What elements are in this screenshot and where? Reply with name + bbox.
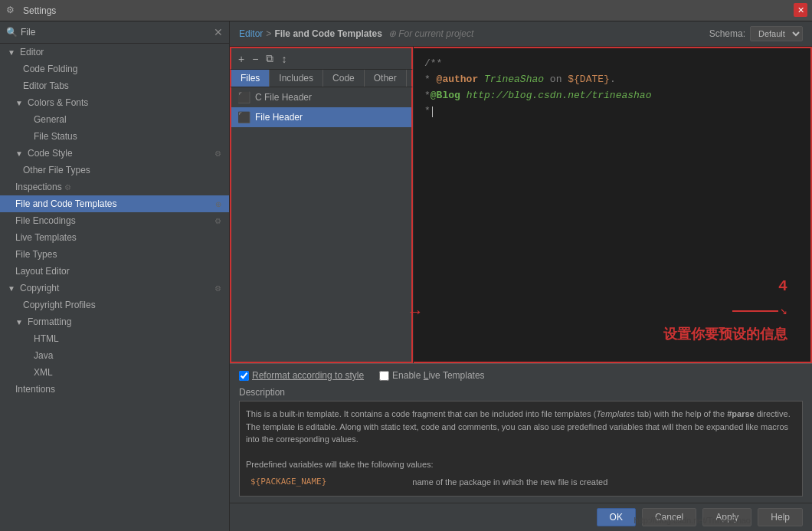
desc-paragraph-1: This is a built-in template. It contains… [246,408,796,446]
copy-template-button[interactable]: ⧉ [264,51,276,66]
live-templates-label: Enable Live Templates [392,370,485,381]
annotation-3: files [798,47,812,49]
inspections-badge: ⚙ [64,183,71,192]
dialog-buttons: OK Cancel Apply Help http://blog.csdn.ne… [230,503,812,531]
sidebar-item-intentions[interactable]: Intentions [0,381,229,398]
annotation-4-text: 设置你要预设的信息 [663,324,787,346]
tab-includes[interactable]: Includes [270,70,323,87]
sidebar-item-editor[interactable]: ▼ Editor [0,44,229,61]
close-button[interactable]: ✕ [794,3,807,17]
var-table: ${PACKAGE_NAME} name of the package in w… [246,474,796,490]
template-item-c-file-header[interactable]: ⬛ C File Header [231,87,411,107]
file-header-label: File Header [255,112,303,123]
template-panel: + − ⧉ ↕ Files Includes Code Other ⬛ C Fi… [230,47,812,363]
var1-desc: name of the package in which the new fil… [408,474,796,490]
sidebar: 🔍 ✕ ▼ Editor Code Folding Editor Tabs ▼ … [0,21,230,531]
schema-wrap: Schema: Default [709,26,803,41]
code-line-4: * [424,103,800,120]
code-line-3: *@Blog http://blog.csdn.net/trineashao [424,88,800,104]
add-template-button[interactable]: + [236,52,247,66]
template-list: ⬛ C File Header ⬛ File Header [230,87,413,363]
live-templates-checkbox[interactable] [379,371,389,381]
right-panel: Editor > File and Code Templates ⊕ For c… [230,21,812,531]
tab-code[interactable]: Code [323,70,365,87]
desc-paragraph-2: Predefined variables will take the follo… [246,458,796,471]
sidebar-item-general[interactable]: General [0,111,229,128]
help-button[interactable]: Help [758,508,803,526]
collapse-arrow-editor: ▼ [8,48,17,57]
reformat-checkbox-label[interactable]: Reformat according to style [239,370,364,381]
code-line-2: * @author TrineaShao on ${DATE}. [424,72,800,88]
sidebar-item-file-encodings[interactable]: File Encodings ⚙ [0,212,229,229]
schema-select[interactable]: Default [750,26,803,41]
sidebar-item-formatting[interactable]: ▼ Formatting [0,313,229,330]
template-toolbar: + − ⧉ ↕ [230,47,413,70]
encodings-badge: ⚙ [214,217,221,225]
c-file-header-label: C File Header [255,92,312,103]
sidebar-item-java[interactable]: Java [0,347,229,364]
reformat-label: Reformat according to style [252,370,364,381]
description-label: Description [239,387,803,398]
breadcrumb-parent[interactable]: Editor [239,28,263,39]
code-editor-section[interactable]: files /** * @author TrineaShao on ${DATE… [414,47,812,363]
remove-template-button[interactable]: − [250,52,260,66]
collapse-arrow-copyright: ▼ [8,284,17,293]
templates-badge: ⊕ [215,200,221,208]
code-line-1: /** [424,56,800,72]
collapse-arrow-colors: ▼ [15,99,25,107]
title-bar: ⚙ Settings ✕ [0,0,812,21]
sidebar-item-copyright-profiles[interactable]: Copyright Profiles [0,297,229,313]
sidebar-item-copyright[interactable]: ▼ Copyright ⚙ [0,280,229,297]
description-box: This is a built-in template. It contains… [239,401,803,497]
arrow-right-icon: → [407,302,424,322]
move-template-button[interactable]: ↕ [279,52,289,66]
search-clear-icon[interactable]: ✕ [214,26,223,38]
breadcrumb-note: ⊕ For current project [388,28,473,39]
tab-other[interactable]: Other [365,70,407,87]
sidebar-item-html[interactable]: HTML [0,330,229,347]
live-templates-checkbox-label[interactable]: Enable Live Templates [379,370,485,381]
collapse-arrow-formatting: ▼ [15,318,25,326]
sidebar-item-inspections[interactable]: Inspections ⚙ [0,179,229,195]
sidebar-item-layout-editor[interactable]: Layout Editor [0,263,229,280]
sidebar-item-xml[interactable]: XML [0,364,229,381]
sidebar-item-file-status[interactable]: File Status [0,128,229,145]
sidebar-item-colors-fonts[interactable]: ▼ Colors & Fonts [0,94,229,111]
sidebar-item-code-style[interactable]: ▼ Code Style ⚙ [0,145,229,162]
annotation-4-container: 4 ↘ 设置你要预设的信息 [663,274,787,346]
code-style-badge: ⚙ [214,149,221,158]
sidebar-item-editor-tabs[interactable]: Editor Tabs [0,77,229,94]
template-tabs: Files Includes Code Other [230,70,413,87]
file-header-icon: ⬛ [237,111,250,123]
watermark: http://blog.csdn.net/TrineaShao [634,516,751,525]
tab-files[interactable]: Files [231,70,270,87]
annotation-4-num: 4 [778,274,787,299]
var1-name: ${PACKAGE_NAME} [246,474,408,490]
sidebar-item-code-folding[interactable]: Code Folding [0,61,229,77]
sidebar-item-live-templates[interactable]: Live Templates [0,229,229,246]
breadcrumb-bar: Editor > File and Code Templates ⊕ For c… [230,21,812,47]
bottom-panel: Reformat according to style Enable Live … [230,363,812,503]
collapse-arrow-code-style: ▼ [15,149,25,158]
sidebar-item-file-and-code-templates[interactable]: File and Code Templates ⊕ [0,195,229,212]
sidebar-item-file-types[interactable]: File Types [0,246,229,263]
settings-icon: ⚙ [6,5,18,17]
search-input[interactable] [21,27,214,38]
search-icon: 🔍 [6,27,18,38]
search-bar: 🔍 ✕ [0,21,229,44]
sidebar-item-other-file-types[interactable]: Other File Types [0,162,229,179]
copyright-badge: ⚙ [214,284,221,293]
template-list-section: + − ⧉ ↕ Files Includes Code Other ⬛ C Fi… [230,47,414,363]
c-file-header-icon: ⬛ [237,91,250,103]
code-content[interactable]: /** * @author TrineaShao on ${DATE}. *@B… [414,48,810,362]
template-item-file-header[interactable]: ⬛ File Header [231,107,411,127]
reformat-checkbox[interactable] [239,371,249,381]
schema-label: Schema: [709,28,745,39]
breadcrumb-separator: > [266,28,271,39]
title-bar-text: Settings [23,5,56,16]
ok-button[interactable]: OK [597,508,636,526]
sidebar-editor-label: Editor [20,47,44,57]
breadcrumb-current: File and Code Templates [274,28,381,39]
checkbox-row: Reformat according to style Enable Live … [239,370,803,381]
